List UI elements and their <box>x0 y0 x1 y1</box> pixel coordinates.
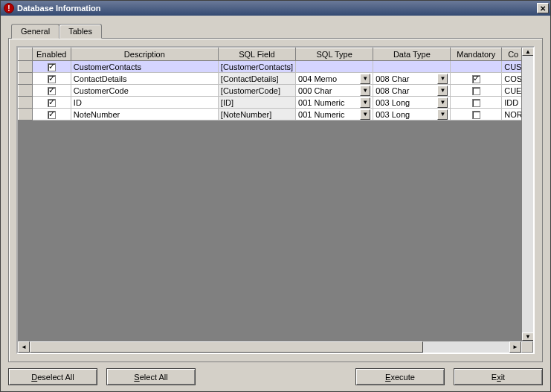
table-row[interactable]: NoteNumber[NoteNumber]001 Numeric▼003 Lo… <box>19 109 533 121</box>
scroll-corner <box>521 341 533 353</box>
tab-general[interactable]: General <box>11 24 59 39</box>
cell-enabled[interactable] <box>32 109 71 121</box>
deselect-all-button[interactable]: Deselect All <box>8 368 97 385</box>
close-button[interactable]: ✕ <box>537 3 549 13</box>
vertical-scrollbar[interactable]: ▲ ▼ <box>521 48 533 341</box>
col-rowselector[interactable] <box>19 48 33 61</box>
row-header[interactable] <box>19 73 33 85</box>
cell-sqlfield[interactable]: [ContactDetails] <box>218 73 295 85</box>
table-row[interactable]: ID[ID]001 Numeric▼003 Long▼IDD <box>19 97 533 109</box>
cell-sqlfield[interactable]: [ID] <box>218 97 295 109</box>
window-title: Database Information <box>17 4 100 13</box>
chevron-down-icon[interactable]: ▼ <box>360 109 370 120</box>
cell-enabled[interactable] <box>32 85 71 97</box>
cell-enabled[interactable] <box>32 61 71 73</box>
hscroll-thumb[interactable] <box>30 341 423 353</box>
cell-sqlfield[interactable]: [CustomerContacts] <box>218 61 295 73</box>
cell-mandatory[interactable] <box>451 73 502 85</box>
cell-sqltype[interactable]: 004 Memo▼ <box>296 73 373 85</box>
cell-mandatory[interactable] <box>451 97 502 109</box>
data-grid[interactable]: Enabled Description SQL Field SQL Type D… <box>16 46 535 354</box>
mandatory-checkbox[interactable] <box>472 111 480 119</box>
table-row[interactable]: CustomerCode[CustomerCode]000 Char▼008 C… <box>19 85 533 97</box>
col-enabled[interactable]: Enabled <box>32 48 71 61</box>
datatype-combo[interactable]: 003 Long▼ <box>376 109 448 120</box>
button-bar: Deselect All Select All Execute Exit <box>8 362 543 385</box>
sqltype-combo[interactable]: 000 Char▼ <box>298 86 370 96</box>
datatype-combo[interactable]: 008 Char▼ <box>376 86 448 96</box>
scroll-down-button[interactable]: ▼ <box>522 332 534 341</box>
tabstrip: General Tables <box>8 23 543 38</box>
cell-description[interactable]: ContactDetails <box>71 73 218 85</box>
datatype-combo[interactable]: 008 Char▼ <box>376 74 448 84</box>
cell-sqlfield[interactable]: [CustomerCode] <box>218 85 295 97</box>
cell-mandatory[interactable] <box>451 109 502 121</box>
chevron-down-icon[interactable]: ▼ <box>437 97 448 108</box>
horizontal-scrollbar[interactable]: ◄ ► <box>18 341 533 353</box>
cell-mandatory[interactable] <box>451 61 502 73</box>
enabled-checkbox[interactable] <box>48 99 56 107</box>
sqltype-combo[interactable]: 001 Numeric▼ <box>298 109 370 120</box>
cell-sqltype[interactable]: 001 Numeric▼ <box>296 97 373 109</box>
scroll-left-button[interactable]: ◄ <box>18 341 30 353</box>
cell-datatype[interactable] <box>373 61 451 73</box>
chevron-down-icon[interactable]: ▼ <box>437 74 448 84</box>
app-icon: ! <box>4 3 14 13</box>
enabled-checkbox[interactable] <box>48 63 56 71</box>
enabled-checkbox[interactable] <box>48 75 56 83</box>
cell-mandatory[interactable] <box>451 85 502 97</box>
vscroll-track[interactable] <box>522 56 533 332</box>
row-header[interactable] <box>19 61 33 73</box>
tab-panel: Enabled Description SQL Field SQL Type D… <box>8 38 543 362</box>
grid-table: Enabled Description SQL Field SQL Type D… <box>18 48 533 121</box>
col-description[interactable]: Description <box>71 48 218 61</box>
cell-sqltype[interactable] <box>296 61 373 73</box>
cell-datatype[interactable]: 008 Char▼ <box>373 73 451 85</box>
header-row: Enabled Description SQL Field SQL Type D… <box>19 48 533 61</box>
chevron-down-icon[interactable]: ▼ <box>360 86 370 96</box>
close-icon: ✕ <box>540 4 546 13</box>
col-sqltype[interactable]: SQL Type <box>296 48 373 61</box>
cell-sqltype[interactable]: 001 Numeric▼ <box>296 109 373 121</box>
row-header[interactable] <box>19 97 33 109</box>
cell-description[interactable]: CustomerContacts <box>71 61 218 73</box>
cell-description[interactable]: ID <box>71 97 218 109</box>
tab-tables[interactable]: Tables <box>59 24 102 39</box>
chevron-down-icon[interactable]: ▼ <box>437 86 448 96</box>
datatype-combo[interactable]: 003 Long▼ <box>376 97 448 108</box>
chevron-down-icon[interactable]: ▼ <box>360 74 370 84</box>
hscroll-track[interactable] <box>30 341 509 353</box>
cell-sqlfield[interactable]: [NoteNumber] <box>218 109 295 121</box>
chevron-down-icon[interactable]: ▼ <box>360 97 370 108</box>
cell-description[interactable]: CustomerCode <box>71 85 218 97</box>
chevron-down-icon[interactable]: ▼ <box>437 109 448 120</box>
cell-enabled[interactable] <box>32 73 71 85</box>
col-datatype[interactable]: Data Type <box>373 48 451 61</box>
cell-sqltype[interactable]: 000 Char▼ <box>296 85 373 97</box>
table-row[interactable]: CustomerContacts[CustomerContacts]CUS <box>19 61 533 73</box>
row-header[interactable] <box>19 85 33 97</box>
row-header[interactable] <box>19 109 33 121</box>
scroll-right-button[interactable]: ► <box>509 341 521 353</box>
mandatory-checkbox[interactable] <box>472 87 480 95</box>
mandatory-checkbox[interactable] <box>472 99 480 107</box>
enabled-checkbox[interactable] <box>48 111 56 119</box>
col-sqlfield[interactable]: SQL Field <box>218 48 295 61</box>
cell-description[interactable]: NoteNumber <box>71 109 218 121</box>
sqltype-combo[interactable]: 004 Memo▼ <box>298 74 370 84</box>
select-all-button[interactable]: Select All <box>106 368 196 385</box>
exit-button[interactable]: Exit <box>454 368 543 385</box>
scroll-up-button[interactable]: ▲ <box>522 48 534 56</box>
cell-datatype[interactable]: 003 Long▼ <box>373 97 451 109</box>
enabled-checkbox[interactable] <box>48 87 56 95</box>
grid-empty-area <box>18 121 533 341</box>
titlebar: ! Database Information ✕ <box>1 1 550 16</box>
table-row[interactable]: ContactDetails[ContactDetails]004 Memo▼0… <box>19 73 533 85</box>
cell-datatype[interactable]: 008 Char▼ <box>373 85 451 97</box>
cell-datatype[interactable]: 003 Long▼ <box>373 109 451 121</box>
mandatory-checkbox[interactable] <box>472 75 480 83</box>
col-mandatory[interactable]: Mandatory <box>451 48 502 61</box>
sqltype-combo[interactable]: 001 Numeric▼ <box>298 97 370 108</box>
execute-button[interactable]: Execute <box>355 368 445 385</box>
cell-enabled[interactable] <box>32 97 71 109</box>
